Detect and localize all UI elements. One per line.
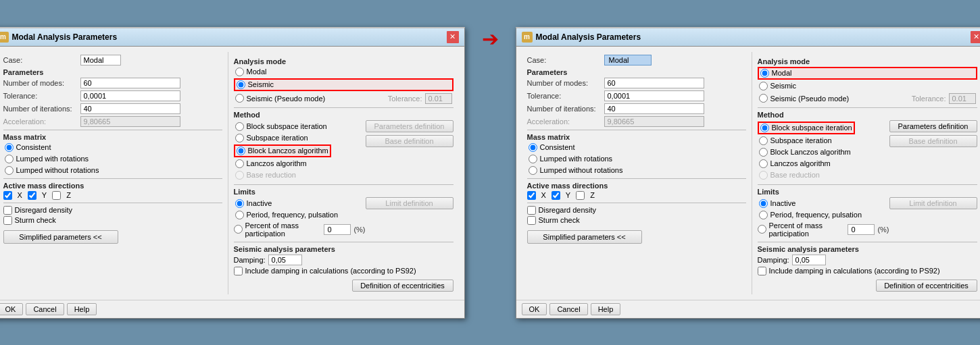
seismic-section-title-1: Seismic analysis parameters [234, 245, 454, 253]
include-damping-label-2: Include damping in calculations (accordi… [769, 267, 940, 275]
acceleration-input-1 [80, 116, 180, 127]
block-subspace-row-1: Block subspace iteration [234, 122, 331, 132]
num-iter-row-2: Number of iterations: [527, 103, 746, 114]
block-subspace-radio-2[interactable] [760, 124, 769, 132]
lanczos-radio-1[interactable] [235, 159, 244, 168]
limit-def-btn-1[interactable]: Limit definition [366, 197, 454, 209]
close-button-2[interactable]: ✕ [971, 31, 981, 43]
subspace-row-2: Subspace iteration [758, 136, 855, 146]
block-lanczos-radio-2[interactable] [759, 148, 768, 157]
sturm-checkbox-1[interactable] [3, 216, 12, 225]
block-lanczos-label-1: Block Lanczos algorithm [248, 147, 328, 155]
cancel-button-1[interactable]: Cancel [26, 303, 64, 315]
params-def-btn-2[interactable]: Parameters definition [889, 120, 977, 132]
inactive-label-1: Inactive [247, 199, 272, 207]
bottom-buttons-1: OK Cancel Help [0, 303, 97, 315]
base-def-btn-1[interactable]: Base definition [366, 135, 454, 147]
damping-input-1[interactable] [268, 255, 302, 265]
include-damping-checkbox-1[interactable] [234, 267, 243, 275]
disregard-checkbox-1[interactable] [3, 206, 12, 215]
params-def-btn-1[interactable]: Parameters definition [366, 120, 454, 132]
help-button-2[interactable]: Help [591, 303, 621, 315]
dialog-body-2: Case: Modal Parameters Number of modes: … [516, 47, 981, 300]
num-modes-input-2[interactable] [604, 78, 704, 88]
seismic-radio-1[interactable] [237, 80, 245, 89]
tolerance-right-input-2 [949, 93, 976, 104]
num-iter-label-1: Number of iterations: [3, 105, 78, 113]
y-checkbox-2[interactable] [552, 191, 560, 200]
base-def-btn-2[interactable]: Base definition [889, 135, 977, 147]
cancel-button-2[interactable]: Cancel [549, 303, 587, 315]
subspace-radio-2[interactable] [759, 136, 768, 145]
limit-def-btn-2[interactable]: Limit definition [889, 197, 977, 209]
block-subspace-label-1: Block subspace iteration [247, 122, 327, 130]
lumped-no-rot-radio-1[interactable] [5, 166, 14, 175]
close-button-1[interactable]: ✕ [447, 31, 459, 43]
mass-matrix-section-2: Mass matrix [527, 133, 746, 141]
lumped-rot-radio-1[interactable] [5, 155, 14, 163]
definition-btn-2[interactable]: Definition of eccentricities [876, 280, 977, 292]
simplified-btn-1[interactable]: Simplified parameters << [3, 230, 118, 244]
lumped-no-rot-radio-2[interactable] [529, 166, 537, 175]
period-row-2: Period, frequency, pulsation [758, 210, 889, 220]
period-radio-1[interactable] [235, 211, 244, 219]
z-checkbox-1[interactable] [52, 191, 61, 200]
z-checkbox-2[interactable] [576, 191, 585, 200]
lanczos-row-2: Lanczos algorithm [758, 159, 855, 169]
sturm-label-1: Sturm check [15, 216, 56, 224]
lumped-no-rot-row-1: Lumped without rotations [3, 165, 222, 176]
num-iter-input-2[interactable] [604, 103, 704, 114]
analysis-mode-section-2: Analysis mode [758, 57, 977, 65]
sturm-checkbox-2[interactable] [527, 216, 536, 225]
num-modes-input-1[interactable] [80, 78, 180, 88]
inactive-radio-2[interactable] [759, 199, 768, 208]
help-button-1[interactable]: Help [67, 303, 97, 315]
analysis-mode-section-1: Analysis mode [234, 57, 454, 65]
ok-button-1[interactable]: OK [0, 303, 23, 315]
inactive-radio-1[interactable] [235, 199, 244, 208]
percent-radio-2[interactable] [758, 225, 766, 234]
x-checkbox-1[interactable] [3, 191, 12, 200]
num-modes-label-1: Number of modes: [3, 79, 78, 87]
lumped-rot-radio-2[interactable] [529, 155, 537, 163]
block-lanczos-radio-1[interactable] [237, 147, 245, 155]
tolerance-input-2[interactable] [604, 90, 704, 101]
num-iter-input-1[interactable] [80, 103, 180, 114]
tolerance-input-1[interactable] [80, 90, 180, 101]
block-subspace-radio-1[interactable] [235, 122, 244, 131]
base-reduction-label-1: Base reduction [247, 171, 296, 179]
consistent-radio-1[interactable] [5, 143, 14, 152]
seismic-radio-2[interactable] [759, 82, 768, 90]
modal-radio-2[interactable] [760, 69, 769, 78]
ok-button-2[interactable]: OK [522, 303, 547, 315]
percent-input-2[interactable] [848, 224, 875, 235]
num-modes-row-2: Number of modes: [527, 78, 746, 88]
damping-row-1: Damping: [234, 255, 454, 265]
disregard-checkbox-2[interactable] [527, 206, 536, 215]
include-damping-checkbox-2[interactable] [758, 267, 766, 275]
num-iter-label-2: Number of iterations: [527, 105, 602, 113]
seismic-pseudo-radio-1[interactable] [235, 94, 244, 103]
disregard-label-2: Disregard density [539, 206, 597, 214]
base-reduction-radio-1 [235, 171, 244, 180]
period-radio-2[interactable] [759, 211, 768, 219]
modal-row-1: Modal [234, 67, 454, 77]
modal-radio-1[interactable] [235, 68, 244, 76]
simplified-btn-2[interactable]: Simplified parameters << [527, 230, 642, 244]
include-damping-row-1: Include damping in calculations (accordi… [234, 267, 454, 275]
percent-input-1[interactable] [324, 224, 351, 235]
seismic-pseudo-radio-2[interactable] [759, 94, 768, 103]
definition-btn-1[interactable]: Definition of eccentricities [352, 280, 454, 292]
lanczos-radio-2[interactable] [759, 159, 768, 168]
x-checkbox-2[interactable] [527, 191, 536, 200]
block-subspace-row-2: Block subspace iteration [758, 122, 855, 134]
consistent-radio-2[interactable] [529, 143, 537, 152]
tolerance-row-1: Tolerance: [3, 90, 222, 101]
damping-input-2[interactable] [792, 255, 826, 265]
subspace-radio-1[interactable] [235, 134, 244, 142]
dialog-2: m Modal Analysis Parameters ✕ Case: Moda… [516, 27, 981, 319]
y-checkbox-1[interactable] [28, 191, 36, 200]
percent-radio-1[interactable] [234, 225, 243, 234]
percent-label-1: Percent of mass participation [245, 221, 322, 238]
subspace-label-1: Subspace iteration [247, 134, 308, 142]
